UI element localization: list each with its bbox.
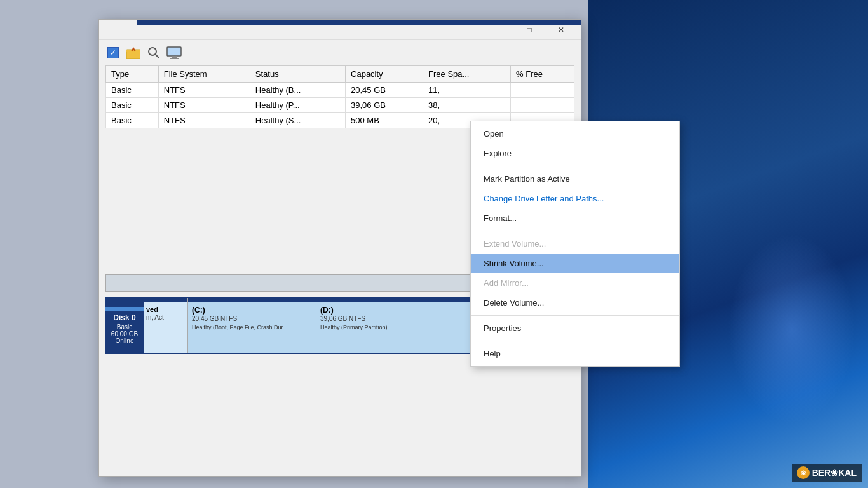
table-row[interactable]: BasicNTFSHealthy (B...20,45 GB11, (106, 83, 574, 98)
col-pctfree[interactable]: % Free (511, 66, 574, 83)
partition-c-stripe (188, 298, 316, 302)
cell-fs: NTFS (158, 83, 250, 98)
cell-pct_free (511, 83, 574, 98)
monitor-icon (166, 46, 182, 59)
cell-pct_free (511, 98, 574, 113)
menu-separator (471, 231, 679, 231)
cell-type: Basic (106, 83, 159, 98)
watermark-logo: ❀ (797, 466, 810, 479)
col-status[interactable]: Status (250, 66, 345, 83)
menu-item-explore[interactable]: Explore (471, 144, 679, 163)
menu-item-mark-active[interactable]: Mark Partition as Active (471, 169, 679, 189)
partition-c-label: (C:) (192, 306, 312, 315)
cell-free_space: 38, (423, 98, 511, 113)
disk-size: 60,00 GB (111, 330, 138, 337)
col-capacity[interactable]: Capacity (346, 66, 423, 83)
cell-status: Healthy (P... (250, 98, 345, 113)
partition-system-label: ved (146, 306, 185, 313)
watermark: ❀ BER❀KAL (792, 464, 862, 482)
volumes-table: Type File System Status Capacity Free Sp… (105, 65, 574, 128)
col-freespace[interactable]: Free Spa... (423, 66, 511, 83)
svg-rect-5 (172, 56, 177, 58)
disk-status: Online (116, 337, 134, 344)
cell-fs: NTFS (158, 98, 250, 113)
cell-capacity: 39,06 GB (346, 98, 423, 113)
partition-c-status: Healthy (Boot, Page File, Crash Dur (192, 323, 312, 332)
monitor-toolbar-icon[interactable] (165, 44, 183, 62)
toolbar (99, 40, 581, 65)
cell-type: Basic (106, 113, 159, 128)
disk-type: Basic (117, 323, 132, 330)
folder-up-icon (126, 46, 140, 59)
partition-c-drive[interactable]: (C:) 20,45 GB NTFS Healthy (Boot, Page F… (188, 298, 316, 353)
svg-rect-6 (170, 58, 179, 59)
menu-item-delete[interactable]: Delete Volume... (471, 293, 679, 313)
folder-up-toolbar-icon[interactable] (125, 44, 142, 62)
menu-item-add-mirror: Add Mirror... (471, 273, 679, 293)
checkbox-toolbar-icon[interactable] (104, 44, 122, 62)
table-row[interactable]: BasicNTFSHealthy (P...39,06 GB38, (106, 98, 574, 113)
cell-status: Healthy (S... (250, 113, 345, 128)
watermark-text: BER❀KAL (812, 468, 857, 478)
menu-item-properties[interactable]: Properties (471, 318, 679, 338)
menu-separator (471, 315, 679, 316)
menu-item-open[interactable]: Open (471, 124, 679, 144)
search-icon (147, 46, 160, 59)
context-menu: OpenExploreMark Partition as ActiveChang… (470, 121, 680, 367)
disk-stripe-label (105, 307, 144, 311)
menu-item-shrink[interactable]: Shrink Volume... (471, 254, 679, 273)
partition-system[interactable]: ved m, Act (144, 298, 188, 353)
search-toolbar-icon[interactable] (145, 44, 163, 62)
check-icon (107, 47, 119, 58)
col-filesystem[interactable]: File System (158, 66, 250, 83)
svg-rect-4 (167, 47, 181, 56)
disk-name: Disk 0 (113, 313, 135, 322)
cell-status: Healthy (B... (250, 83, 345, 98)
menu-separator (471, 166, 679, 166)
menu-separator (471, 341, 679, 341)
partition-system-stripe (144, 298, 187, 302)
cell-fs: NTFS (158, 113, 250, 128)
svg-point-2 (149, 48, 156, 55)
partition-c-size: 20,45 GB NTFS (192, 315, 312, 323)
partition-system-act: m, Act (146, 313, 185, 322)
disk-label: Disk 0 Basic 60,00 GB Online (105, 297, 144, 354)
menu-item-help[interactable]: Help (471, 344, 679, 363)
menu-item-format[interactable]: Format... (471, 208, 679, 228)
cell-free_space: 11, (423, 83, 511, 98)
col-type[interactable]: Type (106, 66, 159, 83)
menu-item-change-drive[interactable]: Change Drive Letter and Paths... (471, 189, 679, 208)
menu-item-extend: Extend Volume... (471, 234, 679, 254)
svg-line-3 (156, 55, 159, 58)
cell-type: Basic (106, 98, 159, 113)
cell-capacity: 20,45 GB (346, 83, 423, 98)
cell-capacity: 500 MB (346, 113, 423, 128)
